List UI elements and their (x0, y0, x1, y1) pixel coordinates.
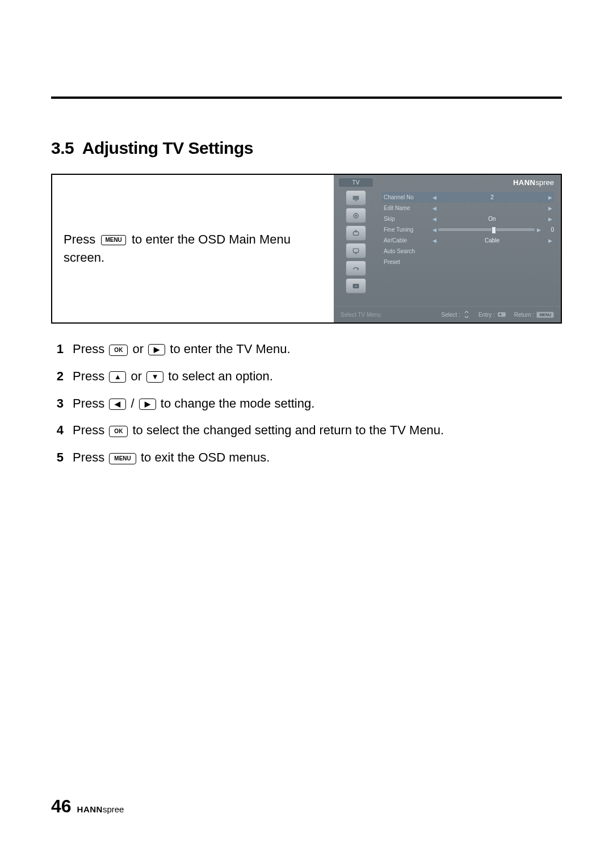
steps-list: 1Press OK or ▶ to enter the TV Menu.2Pre… (51, 337, 562, 469)
osd-content: HANNspree Channel No◀2▶Edit Name◀▶Skip◀O… (378, 175, 561, 306)
osd-slider (438, 228, 535, 231)
svg-rect-1 (355, 200, 357, 201)
osd-tab-header: TV (339, 178, 373, 187)
instruction-step: 5Press MENU to exit the OSD menus. (51, 446, 562, 469)
left-arrow-icon: ◀ (430, 216, 438, 222)
figure-box: Press MENU to enter the OSD Main Menu sc… (51, 174, 562, 324)
osd-row-label: Fine Tuning (381, 227, 430, 233)
section-heading: Adjusting TV Settings (82, 139, 253, 157)
step-number: 5 (51, 446, 64, 469)
section-title: 3.5 Adjusting TV Settings (51, 139, 562, 158)
slider-value: 0 (545, 227, 554, 233)
keycap: MENU (109, 453, 136, 464)
left-arrow-icon: ◀ (430, 238, 438, 244)
osd-row-label: Channel No (381, 194, 430, 200)
svg-rect-4 (353, 232, 358, 235)
sound-tab-icon (346, 225, 366, 241)
osd-footer-select: Select : (442, 311, 471, 318)
osd-row-value: On (438, 216, 546, 222)
slider-thumb (492, 227, 496, 234)
osd-row-label: Edit Name (381, 205, 430, 211)
screen-tab-icon (346, 243, 366, 258)
osd-tab-column: TV A (334, 175, 378, 306)
picture-tab-icon (346, 208, 366, 223)
step-number: 4 (51, 418, 64, 442)
page-number: 46 (51, 796, 72, 817)
osd-row: Air/Cable◀Cable▶ (381, 235, 554, 246)
setup-tab-icon (346, 261, 366, 276)
page-footer: 46 HANNspree (51, 796, 124, 817)
step-text: Press ◀ / ▶ to change the mode setting. (73, 392, 562, 416)
right-arrow-icon: ▶ (535, 227, 543, 233)
osd-brand: HANNspree (513, 178, 554, 187)
section-number: 3.5 (51, 139, 74, 157)
step-number: 1 (51, 337, 64, 361)
instruction-step: 3Press ◀ / ▶ to change the mode setting. (51, 392, 562, 416)
osd-row-value: Cable (438, 237, 546, 244)
figure-instruction-suffix: to enter the OSD Main Menu screen. (64, 232, 291, 265)
left-arrow-icon: ◀ (430, 227, 438, 233)
step-number: 2 (51, 364, 64, 388)
right-arrow-icon: ▶ (546, 206, 554, 211)
osd-row: Auto Search (381, 246, 554, 257)
right-arrow-icon: ▶ (546, 238, 554, 244)
osd-row: Edit Name◀▶ (381, 203, 554, 213)
instruction-step: 2Press ▲ or ▼ to select an option. (51, 364, 562, 388)
tv-tab-icon (346, 190, 366, 206)
divider-top (51, 97, 562, 99)
osd-row: Skip◀On▶ (381, 213, 554, 224)
figure-instruction: Press MENU to enter the OSD Main Menu sc… (52, 175, 334, 322)
keycap: ▲ (109, 371, 126, 383)
osd-row: Channel No◀2▶ (381, 192, 554, 203)
lang-tab-icon: A (346, 278, 366, 293)
left-arrow-icon: ◀ (430, 206, 438, 211)
osd-row-label: Auto Search (381, 248, 430, 254)
osd-screenshot: TV A HANNspree Channel No◀2▶Edit Name◀▶S… (334, 175, 561, 322)
keycap: ▼ (146, 371, 163, 383)
step-number: 3 (51, 392, 64, 416)
step-text: Press ▲ or ▼ to select an option. (73, 364, 562, 388)
footer-brand: HANNspree (77, 804, 124, 814)
svg-rect-5 (353, 249, 358, 253)
step-text: Press MENU to exit the OSD menus. (73, 446, 562, 469)
instruction-step: 1Press OK or ▶ to enter the TV Menu. (51, 337, 562, 361)
figure-instruction-prefix: Press (64, 232, 95, 246)
osd-footer-left: Select TV Menu (341, 312, 434, 318)
right-arrow-icon: ▶ (546, 216, 554, 222)
osd-footer-entry: Entry : (478, 312, 506, 318)
osd-row-value: 2 (438, 194, 546, 200)
menu-keycap: MENU (101, 235, 125, 245)
instruction-step: 4Press OK to select the changed setting … (51, 418, 562, 442)
svg-point-3 (355, 215, 356, 216)
keycap: ▶ (148, 344, 165, 355)
svg-point-7 (357, 269, 358, 270)
keycap: ◀ (109, 399, 126, 410)
right-arrow-icon: ▶ (546, 195, 554, 200)
step-text: Press OK to select the changed setting a… (73, 418, 562, 442)
osd-row: Fine Tuning◀▶0 (381, 224, 554, 235)
keycap: OK (109, 426, 128, 437)
osd-row: Preset (381, 257, 554, 267)
osd-footer: Select TV Menu Select : Entry : Return :… (334, 306, 561, 322)
osd-row-label: Preset (381, 259, 430, 265)
osd-footer-return: Return : MENU (514, 312, 554, 318)
left-arrow-icon: ◀ (430, 195, 438, 200)
svg-rect-0 (353, 196, 359, 200)
osd-row-label: Skip (381, 216, 430, 222)
step-text: Press OK or ▶ to enter the TV Menu. (73, 337, 562, 361)
keycap: ▶ (139, 399, 156, 410)
osd-row-label: Air/Cable (381, 237, 430, 244)
keycap: OK (109, 345, 128, 356)
